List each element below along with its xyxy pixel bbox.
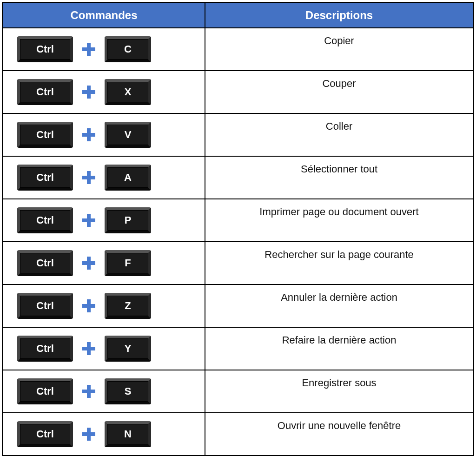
svg-rect-13 [82, 304, 95, 308]
description-cell: Enregistrer sous [205, 370, 473, 413]
description-cell: Copier [205, 28, 473, 71]
command-cell: Ctrl C [3, 28, 205, 71]
table-row: Ctrl P Imprimer page ou document ouvert [3, 199, 474, 242]
plus-icon [81, 256, 96, 271]
command-combo: Ctrl P [9, 207, 199, 233]
plus-icon [81, 85, 96, 99]
table-row: Ctrl V Coller [3, 113, 474, 156]
plus-icon [81, 127, 96, 142]
key-letter: X [105, 79, 151, 105]
header-commands: Commandes [3, 3, 205, 28]
svg-rect-3 [82, 90, 95, 94]
key-ctrl: Ctrl [17, 122, 73, 148]
key-ctrl: Ctrl [17, 293, 73, 319]
svg-rect-7 [82, 176, 95, 179]
key-letter: Z [105, 293, 151, 319]
command-combo: Ctrl Z [9, 293, 199, 319]
key-letter: N [105, 421, 151, 447]
command-cell: Ctrl X [3, 71, 205, 113]
description-cell: Coller [205, 113, 473, 156]
command-cell: Ctrl F [3, 242, 205, 284]
command-cell: Ctrl V [3, 113, 205, 156]
svg-rect-19 [82, 432, 95, 436]
svg-rect-11 [82, 261, 95, 265]
table-row: Ctrl A Sélectionner tout [3, 156, 474, 199]
table-row: Ctrl N Ouvrir une nouvelle fenêtre [3, 413, 474, 456]
table-row: Ctrl S Enregistrer sous [3, 370, 474, 413]
svg-rect-5 [82, 133, 95, 137]
key-ctrl: Ctrl [17, 421, 73, 447]
key-letter: V [105, 122, 151, 148]
key-ctrl: Ctrl [17, 250, 73, 276]
description-cell: Couper [205, 71, 473, 113]
plus-icon [81, 384, 96, 399]
command-combo: Ctrl F [9, 250, 199, 276]
plus-icon [81, 213, 96, 228]
key-letter: A [105, 165, 151, 191]
key-letter: S [105, 378, 151, 404]
key-ctrl: Ctrl [17, 165, 73, 191]
command-combo: Ctrl S [9, 378, 199, 404]
table-row: Ctrl C Copier [3, 28, 474, 71]
key-ctrl: Ctrl [17, 79, 73, 105]
description-cell: Ouvrir une nouvelle fenêtre [205, 413, 473, 456]
plus-icon [81, 341, 96, 356]
key-ctrl: Ctrl [17, 378, 73, 404]
description-cell: Sélectionner tout [205, 156, 473, 199]
command-combo: Ctrl Y [9, 336, 199, 362]
header-descriptions: Descriptions [205, 3, 473, 28]
plus-icon [81, 298, 96, 313]
command-combo: Ctrl V [9, 122, 199, 148]
table-row: Ctrl Y Refaire la dernière action [3, 327, 474, 370]
shortcuts-table: Commandes Descriptions Ctrl C Copier Ctr… [2, 2, 474, 456]
command-cell: Ctrl Z [3, 284, 205, 327]
description-cell: Imprimer page ou document ouvert [205, 199, 473, 242]
table-row: Ctrl F Rechercher sur la page courante [3, 242, 474, 284]
key-ctrl: Ctrl [17, 36, 73, 62]
command-combo: Ctrl X [9, 79, 199, 105]
key-ctrl: Ctrl [17, 336, 73, 362]
svg-rect-1 [82, 47, 95, 51]
command-cell: Ctrl Y [3, 327, 205, 370]
key-letter: P [105, 207, 151, 233]
table-row: Ctrl X Couper [3, 71, 474, 113]
key-letter: C [105, 36, 151, 62]
svg-rect-9 [82, 218, 95, 222]
svg-rect-15 [82, 347, 95, 350]
command-cell: Ctrl A [3, 156, 205, 199]
plus-icon [81, 42, 96, 57]
key-ctrl: Ctrl [17, 207, 73, 233]
plus-icon [81, 427, 96, 442]
svg-rect-17 [82, 390, 95, 393]
key-letter: Y [105, 336, 151, 362]
command-cell: Ctrl P [3, 199, 205, 242]
command-combo: Ctrl N [9, 421, 199, 447]
key-letter: F [105, 250, 151, 276]
command-cell: Ctrl N [3, 413, 205, 456]
description-cell: Rechercher sur la page courante [205, 242, 473, 284]
description-cell: Refaire la dernière action [205, 327, 473, 370]
command-cell: Ctrl S [3, 370, 205, 413]
command-combo: Ctrl C [9, 36, 199, 62]
description-cell: Annuler la dernière action [205, 284, 473, 327]
table-row: Ctrl Z Annuler la dernière action [3, 284, 474, 327]
command-combo: Ctrl A [9, 165, 199, 191]
plus-icon [81, 170, 96, 185]
